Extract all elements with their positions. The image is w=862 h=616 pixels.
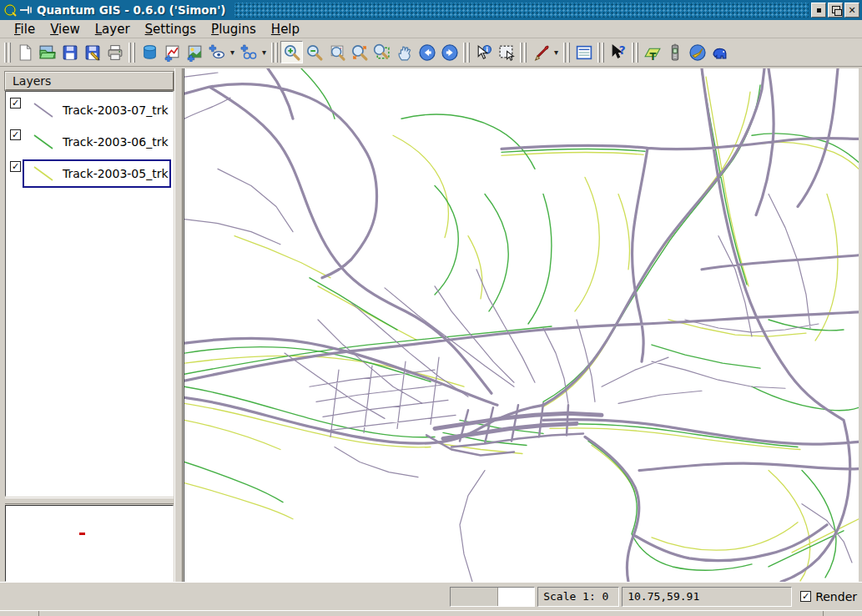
coordinate-display: 10.75,59.91 [622,587,792,607]
layer-name[interactable]: Track-2003-05_trk [63,167,169,180]
menu-file[interactable]: File [7,21,43,38]
layer-line-symbol [29,132,58,152]
close-button[interactable] [844,3,859,18]
gps-tracks-map [184,68,859,582]
label-tool-button[interactable]: T [641,41,663,63]
identify-button[interactable]: i [472,41,495,63]
print-button[interactable] [103,41,126,63]
menu-plugins[interactable]: Plugins [204,21,264,38]
overview-panel[interactable] [5,505,174,582]
panel-splitter-vertical[interactable] [174,68,183,582]
status-bar: Scale 1: 0 10.75,59.91 Render [0,582,862,610]
toolbar-grip[interactable] [520,43,527,63]
layer-checkbox[interactable] [10,129,21,140]
toolbar-grip[interactable] [597,43,604,63]
application-window: Quantum GIS - 0.6.0 ('Simon') File View … [0,0,862,616]
toolbar-grip[interactable] [463,43,470,63]
add-wms-layer-button[interactable] [237,41,260,63]
layer-name[interactable]: Track-2003-07_trk [63,104,169,117]
track-2003-07-paths [184,68,859,582]
add-vector-layer-button[interactable] [160,41,183,63]
back-button[interactable] [416,41,438,63]
window-pin-icon[interactable] [18,3,33,18]
menu-layer[interactable]: Layer [88,21,138,38]
open-folder-button[interactable] [36,41,58,63]
toolbar-grip[interactable] [632,43,638,63]
layer-line-symbol [29,100,58,120]
pan-button[interactable] [393,41,416,63]
layers-panel-title: Layers [5,72,174,90]
menu-view[interactable]: View [43,21,88,38]
menu-bar: File View Layer Settings Plugins Help [0,20,862,38]
title-bar[interactable]: Quantum GIS - 0.6.0 ('Simon') [0,0,862,20]
edit-pencil-button[interactable] [529,41,552,63]
save-as-button[interactable] [81,41,103,63]
layer-row-track-2003-06[interactable]: Track-2003-06_trk [7,126,172,158]
add-wms-dropdown[interactable] [260,41,269,63]
zoom-selection-button[interactable] [348,41,371,63]
zoom-full-button[interactable] [325,41,348,63]
layer-row-track-2003-07[interactable]: Track-2003-07_trk [7,94,172,126]
layers-list[interactable]: Track-2003-07_trk Track-2003-06_trk [5,91,174,497]
edit-dropdown[interactable] [552,41,561,63]
render-label: Render [815,590,857,603]
toolbar-grip[interactable] [271,43,278,63]
app-logo-icon [3,3,18,18]
add-raster-layer-button[interactable] [183,41,205,63]
zoom-last-button[interactable] [371,41,393,63]
gps-device-button[interactable] [663,41,686,63]
zoom-in-button[interactable] [280,41,303,63]
add-view-button[interactable] [205,41,228,63]
layer-checkbox[interactable] [10,98,21,109]
menu-help[interactable]: Help [264,21,307,38]
toolbar: i ? T [0,38,862,67]
layer-checkbox[interactable] [10,161,21,172]
attribute-table-button[interactable] [572,41,595,63]
toolbar-grip[interactable] [563,43,570,63]
window-resize-frame[interactable] [0,610,862,616]
add-view-dropdown[interactable] [228,41,237,63]
panel-splitter-horizontal[interactable] [5,497,174,504]
titlebar-texture [234,3,809,18]
layer-line-symbol [29,164,58,184]
add-database-layer-button[interactable] [138,41,160,63]
layer-name[interactable]: Track-2003-06_trk [63,135,169,149]
toolbar-grip[interactable] [129,43,135,63]
render-toggle[interactable]: Render [800,590,857,603]
scale-display: Scale 1: 0 [537,587,619,607]
whats-this-button[interactable]: ? [607,41,629,63]
save-button[interactable] [58,41,81,63]
svg-text:?: ? [618,43,625,57]
gpx-import-button[interactable] [708,41,731,63]
main-area: Layers Track-2003-07_trk [0,67,862,582]
select-button[interactable] [495,41,517,63]
navigation-button[interactable] [686,41,708,63]
render-checkbox[interactable] [800,591,811,602]
maximize-button[interactable] [828,3,843,18]
minimize-button[interactable] [811,3,826,18]
left-panel: Layers Track-2003-07_trk [5,68,174,582]
map-canvas[interactable] [184,68,859,582]
zoom-out-button[interactable] [303,41,325,63]
layer-row-track-2003-05[interactable]: Track-2003-05_trk [7,158,172,189]
progress-bar [450,587,535,607]
forward-button[interactable] [438,41,461,63]
menu-settings[interactable]: Settings [138,21,204,38]
toolbar-grip[interactable] [4,43,11,63]
window-title: Quantum GIS - 0.6.0 ('Simon') [37,3,226,17]
overview-extent-marker [79,533,85,535]
new-file-button[interactable] [13,41,36,63]
svg-text:T: T [649,50,656,61]
